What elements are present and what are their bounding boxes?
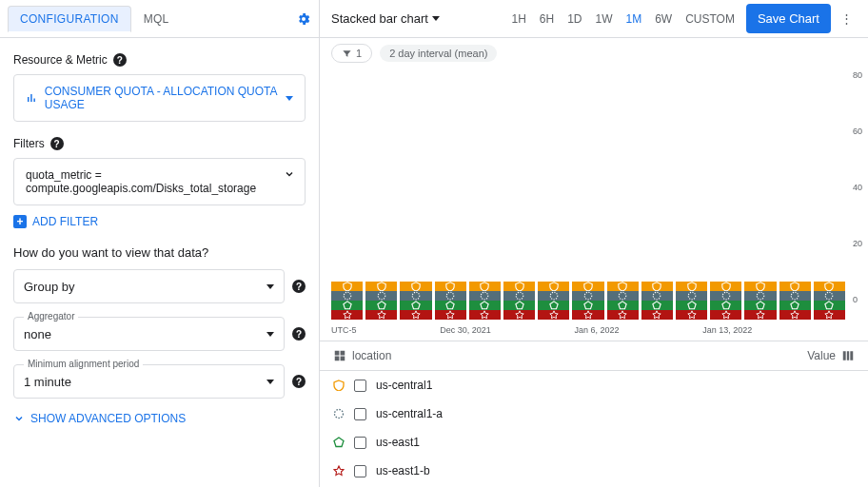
bar-segment xyxy=(331,282,363,291)
bar-segment xyxy=(435,310,466,320)
y-axis: 806040200 xyxy=(853,70,862,304)
alignment-select[interactable]: Minimum alignment period 1 minute xyxy=(13,364,285,399)
help-icon[interactable]: ? xyxy=(113,53,127,67)
tabs: CONFIGURATION MQL xyxy=(0,0,319,38)
groupby-select[interactable]: Group by xyxy=(13,269,285,303)
range-6h[interactable]: 6H xyxy=(534,9,560,29)
help-icon[interactable]: ? xyxy=(292,280,306,293)
filter-chip[interactable]: 1 xyxy=(331,44,372,63)
bar-segment xyxy=(710,301,741,310)
bar xyxy=(607,282,639,320)
pentagon-icon xyxy=(333,437,345,448)
bar-segment xyxy=(572,310,603,320)
bar-segment xyxy=(744,301,776,310)
bar xyxy=(572,282,603,320)
bar-segment xyxy=(779,291,811,301)
bar xyxy=(469,282,501,320)
bar-segment xyxy=(469,282,501,291)
bar xyxy=(641,282,673,320)
legend-checkbox[interactable] xyxy=(354,465,366,477)
alignment-label: Minimum alignment period xyxy=(24,359,143,369)
chip-bar: 1 2 day interval (mean) xyxy=(320,38,868,68)
bar-segment xyxy=(538,282,569,291)
star-icon xyxy=(333,465,345,477)
bar-segment xyxy=(365,291,397,301)
x-axis: UTC-5Dec 30, 2021Jan 6, 2022Jan 13, 2022 xyxy=(320,323,868,335)
bar-segment xyxy=(365,301,397,310)
bar-segment xyxy=(331,291,363,301)
legend-checkbox[interactable] xyxy=(354,380,366,392)
legend-row: us-east1-b xyxy=(320,457,868,485)
bar-segment xyxy=(814,282,845,291)
bar-segment xyxy=(607,291,639,301)
bar-segment xyxy=(435,301,466,310)
legend-label: us-central1-a xyxy=(376,407,443,420)
bar-segment xyxy=(400,291,431,301)
bar-segment xyxy=(779,282,811,291)
legend-label: us-east1-b xyxy=(376,464,430,477)
bar-segment xyxy=(710,282,741,291)
range-6w[interactable]: 6W xyxy=(649,9,678,29)
chevron-down-icon xyxy=(266,284,274,289)
chevron-down-icon xyxy=(266,332,274,337)
help-icon[interactable]: ? xyxy=(50,137,64,150)
help-icon[interactable]: ? xyxy=(292,375,306,388)
gear-icon[interactable] xyxy=(296,11,311,27)
add-filter-button[interactable]: + ADD FILTER xyxy=(13,215,306,228)
save-chart-button[interactable]: Save Chart xyxy=(746,4,831,33)
filters-label: Filters ? xyxy=(13,137,306,150)
config-panel: CONFIGURATION MQL Resource & Metric ? CO… xyxy=(0,0,320,487)
filter-box[interactable]: quota_metric = compute.googleapis.com/Di… xyxy=(13,158,306,205)
bar xyxy=(503,282,535,320)
resource-metric-text: Resource & Metric xyxy=(13,53,108,67)
kebab-menu-icon[interactable]: ⋮ xyxy=(837,11,857,26)
chart-area: 806040200 xyxy=(320,68,868,323)
chart-type-select[interactable]: Stacked bar chart xyxy=(331,11,440,26)
range-1h[interactable]: 1H xyxy=(505,9,531,29)
bar-segment xyxy=(331,310,363,320)
legend-label: us-east1 xyxy=(376,436,420,449)
bar-segment xyxy=(503,291,535,301)
tab-mql[interactable]: MQL xyxy=(131,6,182,32)
bar-segment xyxy=(676,310,707,320)
filters-text: Filters xyxy=(13,137,45,150)
bar-segment xyxy=(744,291,776,301)
range-1m[interactable]: 1M xyxy=(621,9,648,29)
help-icon[interactable]: ? xyxy=(292,327,306,341)
bar-segment xyxy=(538,310,569,320)
interval-chip[interactable]: 2 day interval (mean) xyxy=(380,45,497,62)
bar-segment xyxy=(744,310,776,320)
show-advanced-button[interactable]: SHOW ADVANCED OPTIONS xyxy=(13,412,306,425)
burst-icon xyxy=(333,408,345,419)
legend-row: us-central1 xyxy=(320,371,868,399)
bar-segment xyxy=(710,310,741,320)
bar xyxy=(400,282,431,320)
bar xyxy=(710,282,741,320)
legend-checkbox[interactable] xyxy=(354,437,366,449)
bar-segment xyxy=(744,282,776,291)
bar-segment xyxy=(779,301,811,310)
metric-selector[interactable]: CONSUMER QUOTA - ALLOCATION QUOTA USAGE xyxy=(13,74,306,122)
aggregator-field: Aggregator none ? xyxy=(13,317,306,351)
aggregator-select[interactable]: Aggregator none xyxy=(13,317,285,351)
bar-segment xyxy=(779,310,811,320)
bar-segment xyxy=(503,301,535,310)
legend-header-label: location xyxy=(352,349,391,362)
legend-checkbox[interactable] xyxy=(354,408,366,420)
bar-segment xyxy=(400,301,431,310)
legend-header: location Value xyxy=(320,341,868,371)
groupby-field: Group by ? xyxy=(13,269,306,303)
resource-metric-label: Resource & Metric ? xyxy=(13,53,306,67)
tab-configuration[interactable]: CONFIGURATION xyxy=(8,6,131,32)
range-custom[interactable]: CUSTOM xyxy=(680,9,740,29)
columns-icon[interactable] xyxy=(841,349,855,362)
add-filter-label: ADD FILTER xyxy=(32,215,98,228)
filter-text: quota_metric = compute.googleapis.com/Di… xyxy=(26,168,256,195)
range-1w[interactable]: 1W xyxy=(590,9,619,29)
plus-icon: + xyxy=(13,215,27,228)
bar-segment xyxy=(331,301,363,310)
bar-segment xyxy=(607,282,639,291)
bar xyxy=(779,282,811,320)
bar-segment xyxy=(365,282,397,291)
range-1d[interactable]: 1D xyxy=(562,9,587,29)
